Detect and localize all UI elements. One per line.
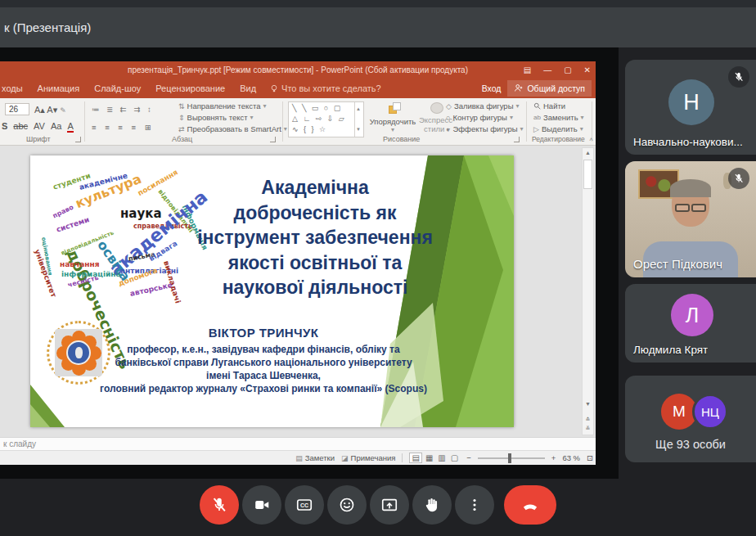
slide-sorter-view-icon[interactable]: ▦: [424, 453, 434, 462]
text-direction-button[interactable]: ⇅Направление текста▾: [178, 101, 267, 110]
slideshow-view-icon[interactable]: ▢: [449, 453, 460, 462]
prev-next-slide-buttons[interactable]: ≛≚: [583, 416, 593, 433]
zoom-in-icon[interactable]: +: [551, 453, 556, 462]
captions-button[interactable]: CC: [285, 485, 324, 525]
close-icon[interactable]: ✕: [584, 65, 591, 74]
participant-tile-3[interactable]: Л Людмила Крят: [625, 284, 756, 363]
scroll-down-icon[interactable]: ▼: [583, 401, 593, 407]
arrange-button[interactable]: Упорядочить▾: [367, 102, 418, 133]
wordcloud-word: навчання: [60, 260, 99, 268]
reading-view-icon[interactable]: ▥: [436, 453, 447, 462]
minimize-icon[interactable]: —: [543, 65, 551, 74]
shape-outline-button[interactable]: ○Контур фигуры▾: [446, 113, 513, 122]
end-call-button[interactable]: [504, 485, 556, 525]
font-color-icon[interactable]: A: [67, 121, 73, 133]
zoom-out-icon[interactable]: −: [466, 453, 471, 462]
speaker-line: професор, к.е.н., завідувач кафедри фіна…: [74, 344, 452, 357]
tab-slideshow[interactable]: Слайд-шоу: [87, 83, 148, 93]
presenter-label-bar: к (Презентація): [0, 7, 756, 47]
reactions-button[interactable]: [327, 485, 367, 525]
zoom-level[interactable]: 63 %: [562, 453, 580, 462]
shapes-gallery[interactable]: ╲ ╲ ▭ ○ ▢ △ ∟ ⇨ ⇩ ▱ ∿ { } ☆ ▲▼: [288, 101, 364, 137]
ribbon-options-icon[interactable]: ▤: [524, 65, 531, 74]
shape-effects-button[interactable]: ◐Эффекты фигуры▾: [446, 124, 524, 133]
present-screen-button[interactable]: [370, 485, 409, 525]
drawing-dialog-launcher[interactable]: [514, 137, 520, 142]
char-spacing-icon[interactable]: AV: [34, 121, 45, 131]
participant-tile-1[interactable]: Н Навчально-наукови...: [625, 60, 756, 155]
svg-text:CC: CC: [300, 502, 308, 508]
shape-fill-button[interactable]: ◇Заливка фигуры▾: [446, 101, 520, 110]
tab-animation[interactable]: Анимация: [30, 83, 88, 93]
notes-pane[interactable]: к слайду: [0, 437, 596, 450]
replace-button[interactable]: abЗаменить▾: [533, 113, 584, 122]
strike-icon[interactable]: abc: [13, 121, 28, 131]
find-button[interactable]: Найти: [533, 101, 565, 110]
grow-shrink-font-icons[interactable]: A▴ A▾ ✎: [34, 105, 66, 115]
hand-icon: [423, 496, 441, 514]
scroll-thumb[interactable]: [583, 160, 592, 189]
tab-review[interactable]: Рецензирование: [148, 83, 232, 93]
speaker-line: банківської справи Луганського національ…: [74, 357, 452, 370]
smartart-button[interactable]: ⇄Преобразовать в SmartArt▾: [178, 124, 287, 133]
overflow-tile[interactable]: М НЦ Ще 93 особи: [625, 376, 756, 462]
slide-scrollbar[interactable]: ▲ ▼ ≛≚: [582, 147, 594, 435]
participant-name: Людмила Крят: [633, 344, 708, 356]
align-text-button[interactable]: ⇕Выровнять текст▾: [178, 113, 254, 122]
list-indent-icons[interactable]: ≔ ≣ ⇇ ⇉ ↕: [92, 105, 154, 114]
group-label-editing: Редактирование: [532, 135, 585, 143]
speaker-name: ВІКТОР ТРИНЧУК: [74, 326, 452, 340]
change-case-icon[interactable]: Aa: [51, 121, 61, 131]
zoom-slider-thumb[interactable]: [508, 453, 511, 463]
muted-mic-badge: [728, 66, 749, 88]
more-options-button[interactable]: [455, 485, 494, 525]
fit-to-window-icon[interactable]: ⊡: [587, 453, 593, 462]
slide-title-textbox[interactable]: Академічнадоброчесність якінструмент заб…: [194, 175, 436, 300]
scroll-up-icon[interactable]: ▲: [583, 150, 593, 155]
speaker-line: головний редактор журналу «Страхові ринк…: [74, 383, 452, 396]
slide-title-line: наукової діяльності: [194, 275, 436, 300]
share-button[interactable]: Общий доступ: [507, 80, 592, 97]
shapes-gallery-scrollbar[interactable]: ▲▼: [354, 102, 363, 137]
comments-toggle[interactable]: ◪Примечания: [341, 453, 395, 462]
wordcloud-word: системи: [55, 215, 90, 233]
maximize-icon[interactable]: ▢: [564, 65, 571, 74]
tab-view[interactable]: Вид: [232, 83, 263, 93]
collapse-ribbon-icon[interactable]: ˄: [589, 136, 593, 143]
camera-button[interactable]: [242, 485, 281, 525]
powerpoint-window: презентація_Тринчук.ppt [Режим совместим…: [0, 61, 596, 465]
avatar: Л: [671, 294, 713, 336]
end-call-icon: [520, 494, 541, 516]
speaker-textbox[interactable]: ВІКТОР ТРИНЧУК професор, к.е.н., завідув…: [74, 326, 452, 396]
mic-off-icon: [733, 173, 745, 184]
participant-tile-2[interactable]: Орест Підкович: [625, 161, 756, 277]
zoom-slider[interactable]: [478, 457, 545, 459]
sign-in-button[interactable]: Вход: [482, 83, 502, 93]
raise-hand-button[interactable]: [412, 485, 452, 525]
paragraph-dialog-launcher[interactable]: [270, 137, 276, 142]
slide-title-line: Академічна: [194, 175, 436, 200]
wordcloud-word: право: [52, 204, 74, 220]
mic-off-button[interactable]: [200, 485, 239, 525]
font-dialog-launcher[interactable]: [75, 137, 81, 142]
presenter-label: к (Презентація): [4, 20, 91, 34]
present-icon: [380, 496, 398, 514]
group-label-drawing: Рисование: [383, 135, 420, 143]
presentation-tile[interactable]: презентація_Тринчук.ppt [Режим совместим…: [0, 47, 619, 479]
captions-icon: CC: [295, 496, 313, 514]
top-strip: [0, 0, 756, 7]
normal-view-icon[interactable]: ▤: [409, 453, 421, 463]
ppt-title-bar: презентація_Тринчук.ppt [Режим совместим…: [0, 61, 596, 78]
participant-name: Навчально-наукови...: [633, 136, 743, 148]
glasses: [675, 204, 706, 212]
select-button[interactable]: ▷Выделить▾: [533, 124, 583, 133]
align-icons[interactable]: ≡ ≡ ≡ ≡ ⊞: [92, 123, 155, 132]
notes-toggle[interactable]: ▤Заметки: [295, 453, 335, 462]
font-size-input[interactable]: 26: [5, 103, 29, 115]
tell-me-box[interactable]: Что вы хотите сделать?: [263, 83, 381, 93]
strikethrough-group-icon[interactable]: S: [2, 121, 7, 131]
tab-transitions[interactable]: ходы: [0, 83, 30, 93]
smiley-icon: [338, 496, 356, 514]
avatar: НЦ: [692, 394, 728, 430]
slide-title-line: якості освітньої та: [194, 250, 436, 276]
